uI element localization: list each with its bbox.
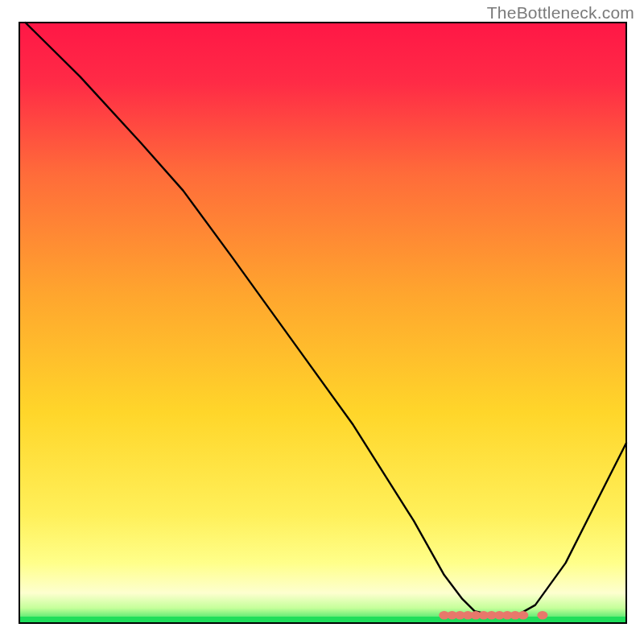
optimal-dot bbox=[518, 611, 528, 619]
plot-background bbox=[19, 23, 626, 623]
chart-container: TheBottleneck.com bbox=[0, 0, 644, 644]
bottom-green-band bbox=[19, 617, 626, 623]
optimal-dot bbox=[537, 611, 547, 619]
watermark-text: TheBottleneck.com bbox=[487, 3, 634, 23]
chart-svg bbox=[0, 0, 644, 644]
